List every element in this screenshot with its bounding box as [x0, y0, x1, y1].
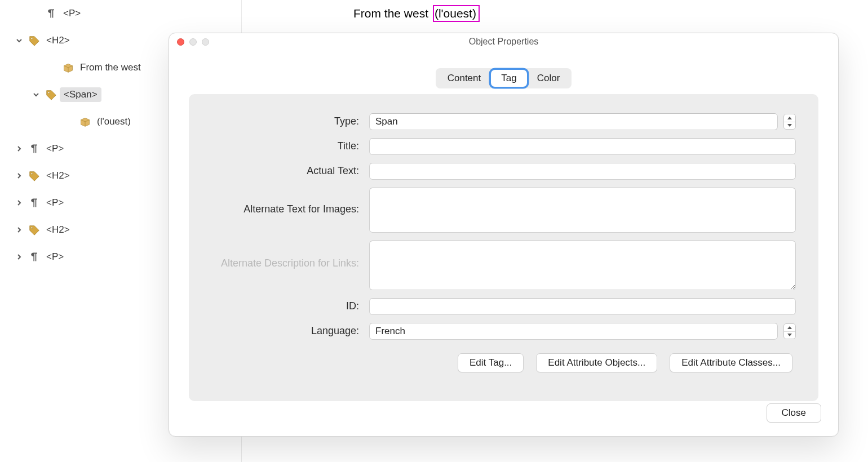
object-properties-dialog: Object Properties Content Tag Color Type… [169, 33, 839, 437]
svg-point-3 [31, 227, 33, 229]
type-stepper[interactable] [783, 114, 796, 130]
chevron-right-icon[interactable] [15, 252, 24, 261]
tab-tag[interactable]: Tag [491, 70, 526, 87]
chevron-down-icon[interactable] [32, 90, 41, 99]
title-field[interactable] [369, 138, 796, 155]
actual-text-field[interactable] [369, 163, 796, 180]
tree-item-p[interactable]: <P> [5, 0, 237, 27]
paragraph-icon [28, 197, 41, 209]
edit-attribute-classes-button[interactable]: Edit Attribute Classes... [670, 353, 792, 372]
actual-text-label: Actual Text: [211, 163, 369, 177]
type-label: Type: [211, 113, 369, 127]
paragraph-icon [45, 7, 57, 20]
svg-point-1 [48, 92, 50, 94]
language-label: Language: [211, 323, 369, 337]
close-window-button[interactable] [177, 38, 184, 46]
language-field[interactable] [369, 323, 778, 340]
chevron-right-icon[interactable] [15, 198, 24, 207]
tree-label: <H2> [46, 35, 70, 46]
tree-label: <P> [46, 143, 64, 154]
zoom-window-button [202, 38, 209, 46]
selected-span-highlight: (l'ouest) [433, 5, 480, 22]
alt-text-images-label: Alternate Text for Images: [211, 188, 369, 215]
tag-icon [28, 224, 41, 236]
heading-text: From the west [353, 7, 428, 20]
tree-label: <H2> [46, 170, 70, 181]
close-button[interactable]: Close [767, 403, 821, 423]
stepper-down-icon[interactable] [784, 332, 795, 339]
title-label: Title: [211, 138, 369, 152]
id-field[interactable] [369, 298, 796, 315]
dialog-titlebar: Object Properties [169, 33, 838, 50]
id-label: ID: [211, 298, 369, 312]
box-icon [79, 115, 91, 128]
stepper-up-icon[interactable] [784, 114, 795, 122]
tree-label: <P> [46, 197, 64, 208]
tab-content[interactable]: Content [437, 70, 491, 87]
paragraph-icon [28, 143, 41, 155]
dialog-title: Object Properties [469, 37, 539, 47]
edit-tag-button[interactable]: Edit Tag... [458, 353, 524, 372]
chevron-right-icon[interactable] [15, 171, 24, 180]
box-icon [62, 61, 74, 74]
tree-label: <H2> [46, 224, 70, 236]
svg-point-2 [31, 173, 33, 175]
language-stepper[interactable] [783, 323, 796, 339]
tag-icon [28, 170, 41, 182]
edit-attribute-objects-button[interactable]: Edit Attribute Objects... [536, 353, 657, 372]
alt-text-images-field[interactable] [369, 188, 796, 233]
document-heading: From the west (l'ouest) [353, 5, 480, 22]
type-field[interactable] [369, 113, 778, 130]
tree-label: <P> [63, 8, 81, 19]
tag-icon [28, 34, 41, 47]
tree-label: <P> [46, 251, 64, 263]
tree-label: (l'ouest) [97, 116, 131, 127]
window-controls [177, 38, 209, 46]
svg-point-0 [31, 38, 33, 39]
alt-desc-links-field [369, 241, 796, 290]
tab-color[interactable]: Color [527, 70, 570, 87]
minimize-window-button [189, 38, 197, 46]
tree-label: From the west [80, 62, 141, 73]
alt-desc-links-label: Alternate Description for Links: [211, 241, 369, 269]
paragraph-icon [28, 251, 41, 263]
tag-icon [45, 88, 57, 101]
chevron-down-icon[interactable] [15, 36, 24, 45]
tag-form-panel: Type: Title: Actual Text: [189, 94, 818, 401]
properties-tabs: Content Tag Color [436, 68, 572, 88]
chevron-right-icon[interactable] [15, 225, 24, 234]
chevron-right-icon[interactable] [15, 144, 24, 153]
stepper-up-icon[interactable] [784, 324, 795, 332]
stepper-down-icon[interactable] [784, 122, 795, 130]
tree-label: <Span> [60, 87, 101, 102]
